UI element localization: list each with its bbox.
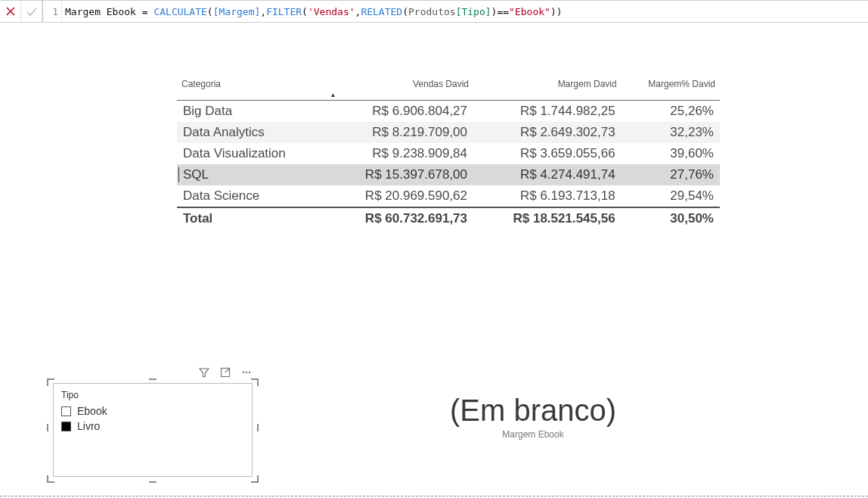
table-row[interactable]: Data AnalyticsR$ 8.219.709,00R$ 2.649.30…	[177, 122, 720, 143]
page-boundary	[0, 496, 868, 496]
cell-margem-pct: 29,54%	[622, 185, 720, 207]
slicer-item-label: Livro	[77, 420, 100, 432]
checkbox-icon[interactable]	[61, 406, 71, 416]
card-label: Margem Ebook	[370, 429, 696, 440]
formula-col-tipo: [Tipo]	[456, 6, 491, 17]
slicer-body: Tipo EbookLivro	[53, 383, 253, 477]
cell-margem: R$ 6.193.713,18	[473, 185, 622, 207]
col-header-margem[interactable]: Margem David	[473, 76, 622, 101]
cell-vendas: R$ 6.906.804,27	[325, 101, 473, 123]
cell-categoria: Data Analytics	[177, 122, 325, 143]
cell-categoria: Big Data	[177, 101, 325, 123]
focus-mode-icon[interactable]	[219, 366, 231, 378]
cell-margem-pct: 39,60%	[622, 143, 720, 164]
formula-input[interactable]: Margem Ebook = CALCULATE([Margem],FILTER…	[61, 1, 868, 22]
total-margem: R$ 18.521.545,56	[473, 207, 622, 229]
cell-margem: R$ 1.744.982,25	[473, 101, 622, 123]
cell-vendas: R$ 9.238.909,84	[325, 143, 473, 164]
cell-categoria: SQL	[177, 164, 325, 185]
formula-divider	[42, 1, 43, 22]
slicer-item-label: Ebook	[77, 405, 107, 417]
sort-asc-icon: ▲	[330, 92, 336, 98]
cell-vendas: R$ 20.969.590,62	[325, 185, 473, 207]
table-total-row: Total R$ 60.732.691,73 R$ 18.521.545,56 …	[177, 207, 720, 229]
formula-equals: =	[142, 6, 148, 17]
total-vendas: R$ 60.732.691,73	[325, 207, 473, 229]
svg-marker-2	[200, 369, 209, 377]
svg-point-7	[249, 372, 250, 373]
col-header-categoria-label: Categoria	[181, 79, 221, 89]
cell-categoria: Data Visualization	[177, 143, 325, 164]
formula-func-filter: FILTER	[266, 6, 302, 17]
slicer-item[interactable]: Ebook	[61, 403, 244, 419]
col-header-margem-pct-label: Margem% David	[648, 79, 715, 89]
formula-table-vendas: 'Vendas'	[308, 6, 355, 17]
table-row[interactable]: SQLR$ 15.397.678,00R$ 4.274.491,7427,76%	[177, 164, 720, 185]
formula-line-number: 1	[48, 6, 61, 17]
svg-point-6	[246, 372, 247, 373]
cell-margem-pct: 27,76%	[622, 164, 720, 185]
filter-icon[interactable]	[198, 366, 210, 378]
table-visual[interactable]: Categoria ▲ Vendas David Margem David Ma…	[177, 76, 720, 229]
table-body: Big DataR$ 6.906.804,27R$ 1.744.982,2525…	[177, 101, 720, 208]
formula-string-ebook: "Ebook"	[509, 6, 550, 17]
formula-func-related: RELATED	[361, 6, 402, 17]
total-label: Total	[177, 207, 325, 229]
col-header-margem-label: Margem David	[558, 79, 617, 89]
cell-vendas: R$ 15.397.678,00	[325, 164, 473, 185]
formula-measure-name: Margem Ebook	[65, 6, 136, 17]
cell-margem-pct: 32,23%	[622, 122, 720, 143]
table-row[interactable]: Data VisualizationR$ 9.238.909,84R$ 3.65…	[177, 143, 720, 164]
formula-table-produtos: Produtos	[408, 6, 456, 17]
slicer-visual[interactable]: Tipo EbookLivro	[47, 368, 259, 483]
cell-categoria: Data Science	[177, 185, 325, 207]
slicer-item[interactable]: Livro	[61, 419, 244, 434]
col-header-vendas-label: Vendas David	[413, 79, 469, 89]
svg-line-4	[225, 369, 229, 372]
cell-vendas: R$ 8.219.709,00	[325, 122, 473, 143]
formula-ref-margem: [Margem]	[213, 6, 261, 17]
svg-point-5	[243, 372, 244, 373]
cell-margem: R$ 2.649.302,73	[473, 122, 622, 143]
checkbox-icon[interactable]	[61, 422, 71, 431]
cell-margem-pct: 25,26%	[622, 101, 720, 123]
more-options-icon[interactable]	[240, 366, 253, 378]
col-header-categoria[interactable]: Categoria	[177, 76, 325, 101]
cell-margem: R$ 3.659.055,66	[473, 143, 622, 164]
visual-toolbar	[198, 366, 253, 378]
formula-bar: 1 Margem Ebook = CALCULATE([Margem],FILT…	[0, 0, 868, 23]
slicer-title: Tipo	[61, 390, 244, 400]
total-margem-pct: 30,50%	[622, 207, 720, 229]
cell-margem: R$ 4.274.491,74	[473, 164, 622, 185]
formula-func-calculate: CALCULATE	[153, 6, 206, 17]
formula-cancel-button[interactable]	[0, 1, 21, 22]
col-header-margem-pct[interactable]: Margem% David	[622, 76, 720, 101]
table-row[interactable]: Data ScienceR$ 20.969.590,62R$ 6.193.713…	[177, 185, 720, 207]
report-canvas[interactable]: Categoria ▲ Vendas David Margem David Ma…	[0, 23, 868, 498]
card-visual[interactable]: (Em branco) Margem Ebook	[370, 394, 696, 440]
card-value: (Em branco)	[370, 394, 696, 428]
table-row[interactable]: Big DataR$ 6.906.804,27R$ 1.744.982,2525…	[177, 101, 720, 123]
formula-commit-button[interactable]	[21, 1, 42, 22]
col-header-vendas[interactable]: ▲ Vendas David	[325, 76, 473, 101]
